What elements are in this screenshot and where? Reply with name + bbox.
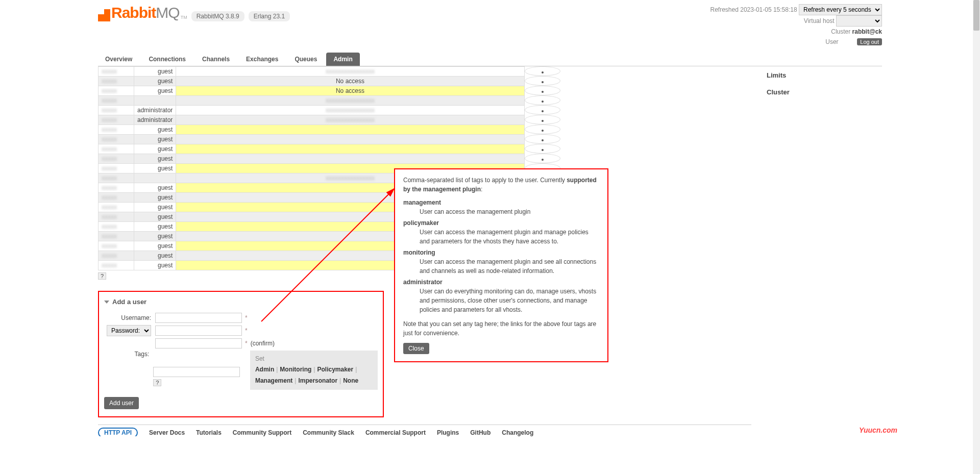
user-tag-cell: guest <box>134 163 176 173</box>
scrollbar-thumb[interactable] <box>973 0 979 31</box>
vhost-select[interactable] <box>836 15 882 27</box>
user-access-cell <box>176 134 524 144</box>
tags-input[interactable] <box>153 367 240 377</box>
tab-exchanges[interactable]: Exchanges <box>239 53 285 66</box>
user-label: User <box>825 38 838 45</box>
tooltip-close-button[interactable]: Close <box>403 343 429 354</box>
username-input[interactable] <box>155 313 242 323</box>
add-user-header[interactable]: Add a user <box>104 296 378 313</box>
user-name-cell[interactable]: xxxxx <box>99 154 134 163</box>
user-tag-cell: guest <box>134 212 176 221</box>
user-tag-cell: guest <box>134 66 176 76</box>
user-name-cell[interactable]: xxxxx <box>99 66 134 76</box>
user-name-cell[interactable]: xxxxx <box>99 105 134 115</box>
caret-down-icon <box>104 301 109 304</box>
tooltip-note: Note that you can set any tag here; the … <box>403 319 599 338</box>
tab-admin[interactable]: Admin <box>326 53 359 66</box>
user-name-cell[interactable]: xxxxx <box>99 76 134 86</box>
logo-text-mq: MQ <box>156 4 179 21</box>
tag-link-policymaker[interactable]: Policymaker <box>317 366 353 373</box>
user-name-cell[interactable]: xxxxx <box>99 86 134 95</box>
password-confirm-input[interactable] <box>155 338 242 348</box>
user-name-cell[interactable]: xxxxx <box>99 173 134 183</box>
confirm-label: (confirm) <box>251 340 275 347</box>
user-name-cell[interactable]: xxxxx <box>99 202 134 212</box>
user-tag-cell: administrator <box>134 115 176 124</box>
user-name-cell[interactable]: xxxxx <box>99 163 134 173</box>
erlang-badge: Erlang 23.1 <box>249 11 290 21</box>
footer-link-community-slack[interactable]: Community Slack <box>303 429 354 436</box>
user-status-cell <box>525 105 560 115</box>
user-name-cell[interactable]: xxxxx <box>99 95 134 105</box>
user-status-cell <box>525 144 560 154</box>
tab-overview[interactable]: Overview <box>98 53 139 66</box>
user-name-cell[interactable]: xxxxx <box>99 212 134 221</box>
password-input[interactable] <box>155 326 242 336</box>
user-name-cell[interactable]: xxxxx <box>99 124 134 134</box>
user-name-cell[interactable]: xxxxx <box>99 241 134 251</box>
vertical-scrollbar[interactable] <box>973 0 980 436</box>
footer-link-github[interactable]: GitHub <box>470 429 491 436</box>
user-access-cell <box>176 144 524 154</box>
tag-link-none[interactable]: None <box>343 377 358 384</box>
user-name-cell[interactable]: xxxxx <box>99 221 134 231</box>
tooltip-tag-desc: User can access the management plugin an… <box>420 228 599 246</box>
add-user-section: Add a user Username: * Password: * <box>98 291 384 417</box>
tab-connections[interactable]: Connections <box>141 53 193 66</box>
tag-link-admin[interactable]: Admin <box>255 366 274 373</box>
user-name-cell[interactable]: xxxxx <box>99 251 134 260</box>
user-tag-cell <box>134 173 176 183</box>
tag-link-impersonator[interactable]: Impersonator <box>298 377 337 384</box>
tag-link-monitoring[interactable]: Monitoring <box>280 366 311 373</box>
required-mark: * <box>242 314 251 321</box>
nav-tabs: OverviewConnectionsChannelsExchangesQueu… <box>98 49 882 66</box>
user-access-cell: xxxxxxxxxxxxxxxx <box>176 95 524 105</box>
user-tag-cell: guest <box>134 183 176 192</box>
user-access-cell: xxxxxxxxxxxxxxxx <box>176 66 524 76</box>
user-tag-cell: guest <box>134 202 176 212</box>
tooltip-tag-desc: User can access the management plugin <box>420 207 599 216</box>
tooltip-tag-name: administrator <box>403 278 599 287</box>
footer-link-tutorials[interactable]: Tutorials <box>196 429 222 436</box>
user-name-cell[interactable]: xxxxx <box>99 192 134 202</box>
user-name-cell[interactable]: xxxxx <box>99 260 134 270</box>
user-tag-cell: guest <box>134 241 176 251</box>
rabbitmq-logo[interactable]: RabbitMQ TM <box>98 4 187 21</box>
table-help[interactable]: ? <box>98 272 106 280</box>
side-nav-cluster[interactable]: Cluster <box>767 85 882 102</box>
user-tag-cell: guest <box>134 221 176 231</box>
footer-link-http-api[interactable]: HTTP API <box>98 428 138 436</box>
user-name-cell[interactable]: xxxxx <box>99 231 134 241</box>
add-user-button[interactable]: Add user <box>104 397 139 409</box>
tab-channels[interactable]: Channels <box>195 53 237 66</box>
trademark: TM <box>180 15 187 21</box>
user-name-cell[interactable]: xxxxx <box>99 134 134 144</box>
logo-block: RabbitMQ TM RabbitMQ 3.8.9 Erlang 23.1 <box>98 4 290 21</box>
tag-shortcuts: Set Admin|Monitoring|Policymaker|Managem… <box>250 351 378 390</box>
user-status-cell <box>525 124 560 134</box>
side-nav-limits[interactable]: Limits <box>767 68 882 85</box>
user-name-cell[interactable]: xxxxx <box>99 115 134 124</box>
tag-link-management[interactable]: Management <box>255 377 292 384</box>
footer-link-community-support[interactable]: Community Support <box>233 429 291 436</box>
user-access-cell: xxxxxxxxxxxxxxxx <box>176 105 524 115</box>
cluster-label: Cluster <box>831 28 850 35</box>
footer-link-server-docs[interactable]: Server Docs <box>149 429 185 436</box>
password-type-select[interactable]: Password: <box>107 325 151 336</box>
user-name-cell[interactable]: xxxxx <box>99 183 134 192</box>
refresh-select[interactable]: Refresh every 5 seconds <box>799 4 882 15</box>
logout-button[interactable]: Log out <box>857 38 882 45</box>
user-access-cell <box>176 154 524 163</box>
tab-queues[interactable]: Queues <box>287 53 324 66</box>
user-access-cell: xxxxxxxxxxxxxxxx <box>176 115 524 124</box>
user-tag-cell: guest <box>134 192 176 202</box>
user-status-cell <box>525 154 560 163</box>
tags-help[interactable]: ? <box>153 379 161 386</box>
footer-link-plugins[interactable]: Plugins <box>437 429 459 436</box>
required-mark: * <box>242 327 251 334</box>
user-tag-cell: guest <box>134 154 176 163</box>
username-label: Username: <box>104 314 155 321</box>
user-name-cell[interactable]: xxxxx <box>99 144 134 154</box>
footer-link-changelog[interactable]: Changelog <box>502 429 533 436</box>
footer-link-commercial-support[interactable]: Commercial Support <box>365 429 426 436</box>
